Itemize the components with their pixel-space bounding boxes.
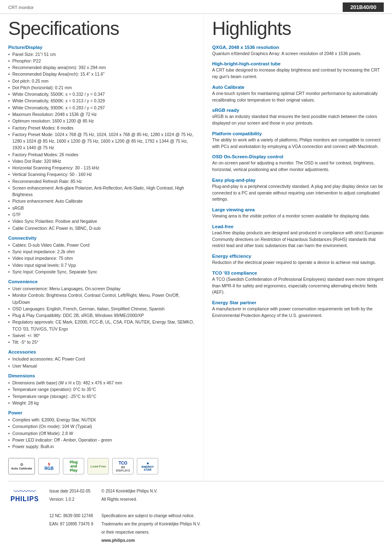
spec-item: GTF (8, 211, 195, 218)
copyright-label: © 2014 Koninklijke Philips N.V. (101, 488, 201, 495)
srgb-badge: sRGB (38, 458, 60, 474)
picture-display-header: Picture/Display (8, 45, 195, 50)
page: CRT monitor 201B40/00 Specifications Pic… (0, 0, 392, 555)
lead-free-badge: Lead Free (88, 458, 109, 474)
dimensions-list: Dimensions (with base) (W x H x D): 482 … (8, 379, 195, 406)
connectivity-list: Cables: D-sub Video Cable, Power CordSyn… (8, 242, 195, 275)
spec-item: Panel Size: 21"/ 51 cm (8, 51, 195, 58)
spec-item: Vertical Scanning Frequency: 50 - 160 Hz (8, 171, 195, 178)
spec-item: Video input signal levels: 0.7 Vpp (8, 262, 195, 268)
highlight-desc: The ability to work with a variety of pl… (212, 137, 384, 150)
highlight-desc: Reduction of the electrical power requir… (212, 259, 384, 266)
highlight-desc: A CRT tube designed to increase display … (212, 67, 384, 80)
highlight-item: Energy efficiencyReduction of the electr… (212, 254, 384, 266)
highlight-title: Easy plug-and-play (212, 178, 384, 183)
highlights-column: Highlights QXGA, 2048 x 1536 resolutionQ… (203, 14, 384, 481)
highlight-desc: A TCO (Swedish Confederation of Professi… (212, 276, 384, 296)
spec-item: OSD Languages: English, French, German, … (8, 305, 195, 312)
spec-item: Swivel: +/- 90° (8, 332, 195, 339)
footer-col-1: Issue date 2014-02-05 Version: 1.0.2 12 … (49, 488, 93, 544)
highlight-title: Platform compatibility (212, 131, 384, 136)
model-label: 201B40/00 (343, 2, 384, 12)
energy-star-badge: ★ ENERGY STAR (137, 458, 158, 474)
specs-column: Specifications Picture/Display Panel Siz… (8, 14, 203, 481)
highlight-item: Easy plug-and-playPlug-and-play is a per… (212, 178, 384, 203)
spec-item: Recommended display area(mm): 392 x 294 … (8, 64, 195, 71)
rights-label: All Rights reserved. (101, 496, 201, 503)
spec-item: Temperature range (operation): 0°C to 35… (8, 386, 195, 393)
spec-item: Sync input impedance: 2.2k ohm (8, 248, 195, 255)
highlight-item: Energy Star partnerA manufacturer in com… (212, 300, 384, 319)
highlight-desc: sRGB is an industry standard that ensure… (212, 113, 384, 127)
spec-item: Screen enhancement: Anti-glare Polarizer… (8, 185, 195, 198)
highlight-item: QXGA, 2048 x 1536 resolutionQuantum eXte… (212, 45, 384, 57)
spacer2 (101, 504, 201, 511)
highlight-desc: A one-touch system for maintaining optim… (212, 90, 384, 104)
spec-item: Power supply: Built-in (8, 443, 195, 450)
category-label: CRT monitor (8, 5, 34, 10)
spec-item: Plug & Play Compatibility: DDC 2B, sRGB,… (8, 312, 195, 319)
highlight-item: OSD On-Screen-Display controlAn on-scree… (212, 154, 384, 173)
spec-item: Tilt: -5° to 25° (8, 339, 195, 345)
spec-item: Factory Preset Modes: 8 modes (8, 125, 195, 131)
spacer (49, 504, 93, 511)
spec-item: Consumption (On mode): 104 W (Typical) (8, 423, 195, 430)
nc-label: 12 NC: 8639 000 12748 (49, 513, 93, 519)
issue-date-label: Issue date 2014-02-05 (49, 488, 93, 495)
spec-item: Regulatory approvals: CE Mark, E2000, FC… (8, 319, 195, 332)
spec-item: Video Sync Polarities: Positive and Nega… (8, 218, 195, 224)
spec-item: Recommended Display Area(inch): 15.4" x … (8, 71, 195, 77)
spec-item: Dot Pitch (horizontal): 0.21 mm (8, 84, 195, 91)
website: www.philips.com (101, 537, 201, 544)
highlight-title: Energy efficiency (212, 254, 384, 259)
spec-item: Recommended Refresh Rate: 85 Hz (8, 178, 195, 185)
spec-item: Weight: 28 kg (8, 400, 195, 406)
spec-item: Included accessories: AC Power Cord (8, 356, 195, 362)
header-bar: CRT monitor 201B40/00 (0, 0, 392, 14)
plug-play-badge: Plug and Play (63, 458, 84, 474)
power-header: Power (8, 410, 195, 415)
highlight-item: TCO '03 complianceA TCO (Swedish Confede… (212, 271, 384, 296)
highlight-title: Auto Calibrate (212, 85, 384, 90)
spec-item: White Chromaticity, 9300K: x = 0.283 / y… (8, 104, 195, 111)
connectivity-header: Connectivity (8, 236, 195, 240)
highlight-item: sRGB readysRGB is an industry standard t… (212, 108, 384, 127)
highlight-title: QXGA, 2048 x 1536 resolution (212, 45, 384, 50)
philips-waves-icon: 〰〰〰 (14, 488, 36, 495)
highlight-item: High-bright-high-contrast tubeA CRT tube… (212, 61, 384, 80)
highlight-desc: Viewing area is the visible portion of a… (212, 213, 384, 220)
auto-calibrate-badge: ⊙ Auto Calibrate (8, 458, 35, 474)
spec-item: Power LED indicator: Off - Amber, Operat… (8, 437, 195, 443)
spec-item: Horizontal Scanning Frequency: 30 - 115 … (8, 164, 195, 171)
specs-title: Specifications (8, 18, 195, 39)
footer-info: Issue date 2014-02-05 Version: 1.0.2 12 … (49, 488, 384, 544)
spec-item: White Chromaticity, 5500K: x = 0.332 / y… (8, 91, 195, 97)
highlight-desc: Quantum eXtended Graphics Array: A scree… (212, 51, 384, 57)
spec-item: User convenience: Menu Languages, On-scr… (8, 285, 195, 292)
highlights-title: Highlights (212, 18, 384, 39)
footer-col-2: © 2014 Koninklijke Philips N.V. All Righ… (101, 488, 201, 544)
tco-badge: TCO 03 DISPLAYS (112, 458, 134, 474)
spec-item: Optimum resolution: 1600 x 1200 @ 85 Hz (8, 118, 195, 124)
spec-item: Maximum Resolution: 2048 x 1536 @ 72 Hz (8, 111, 195, 118)
main-content: Specifications Picture/Display Panel Siz… (0, 14, 392, 481)
spec-item: Video input impedance: 75 ohm (8, 255, 195, 261)
highlight-title: High-bright-high-contrast tube (212, 61, 384, 66)
power-list: Complies with: E2000, Energy Star, NUTEK… (8, 416, 195, 450)
spec-item: Factory Preload Modes: 26 modes (8, 151, 195, 158)
specs-notice: Specifications are subject to change wit… (101, 513, 201, 519)
philips-brand: PHILIPS (10, 495, 39, 503)
footer: 〰〰〰 PHILIPS Issue date 2014-02-05 Versio… (8, 481, 384, 549)
spec-item: Consumption (Off Mode): 2.8 W (8, 430, 195, 437)
dimensions-header: Dimensions (8, 373, 195, 378)
spec-item: Picture enhancement: Auto Calibrate (8, 198, 195, 204)
picture-display-list: Panel Size: 21"/ 51 cmPhosphor: P22Recom… (8, 51, 195, 231)
spec-item: Dot pitch: 0.25 mm (8, 78, 195, 84)
spec-item: sRGB (8, 205, 195, 211)
highlights-list: QXGA, 2048 x 1536 resolutionQuantum eXte… (212, 45, 384, 319)
highlight-desc: An on-screen panel for adjusting a monit… (212, 160, 384, 173)
highlight-item: Platform compatibilityThe ability to wor… (212, 131, 384, 150)
trademark-notice: Trademarks are the property of Koninklij… (101, 521, 201, 527)
badges-area: ⊙ Auto Calibrate sRGB Plug and Play Lead… (8, 456, 195, 477)
spec-item: Monitor Controls: Brightness Control, Co… (8, 292, 195, 305)
